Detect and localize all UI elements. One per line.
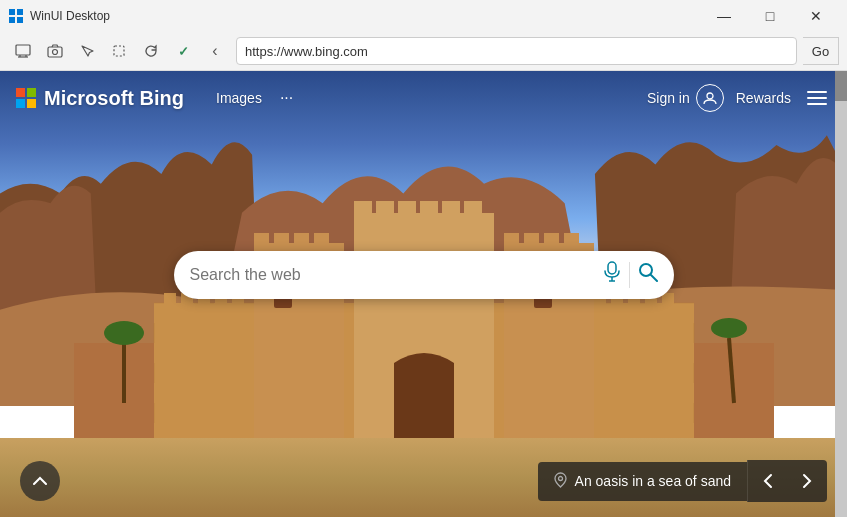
svg-rect-25 (354, 201, 372, 221)
browser-content: Microsoft Bing Images ··· Sign in Reward… (0, 71, 847, 517)
go-button[interactable]: Go (803, 37, 839, 65)
svg-rect-55 (16, 99, 25, 108)
sign-in-label: Sign in (647, 90, 690, 106)
sign-in-button[interactable]: Sign in (647, 84, 724, 112)
svg-rect-8 (48, 47, 62, 57)
search-divider (629, 262, 630, 288)
svg-point-9 (53, 50, 58, 55)
hamburger-line-2 (807, 97, 827, 99)
toolbar-camera-btn[interactable] (40, 37, 70, 65)
caption-text: An oasis in a sea of sand (575, 473, 731, 489)
brand-text: Microsoft Bing (44, 87, 184, 110)
svg-rect-46 (74, 343, 154, 443)
bing-logo[interactable]: Microsoft Bing (16, 87, 184, 110)
svg-rect-54 (27, 88, 36, 97)
svg-rect-10 (114, 46, 124, 56)
window-controls: — □ ✕ (701, 2, 839, 30)
caption-area: An oasis in a sea of sand (538, 460, 827, 502)
toolbar-screen-btn[interactable] (8, 37, 38, 65)
svg-rect-2 (9, 17, 15, 23)
user-avatar-icon (696, 84, 724, 112)
ms-logo-icon (16, 88, 36, 108)
title-bar-left: WinUI Desktop (8, 8, 110, 24)
address-bar-row: ✓ ‹ Go (0, 32, 847, 70)
caption-pill: An oasis in a sea of sand (538, 462, 747, 501)
svg-rect-58 (608, 262, 616, 274)
caption-next-button[interactable] (787, 460, 827, 502)
svg-rect-29 (442, 201, 460, 221)
window-chrome: WinUI Desktop — □ ✕ ✓ (0, 0, 847, 71)
hamburger-line-1 (807, 91, 827, 93)
nav-links: Images ··· (208, 85, 299, 111)
svg-point-51 (711, 318, 747, 338)
scroll-up-button[interactable] (20, 461, 60, 501)
svg-rect-1 (17, 9, 23, 15)
svg-rect-53 (16, 88, 25, 97)
app-icon (8, 8, 24, 24)
search-icon[interactable] (638, 262, 658, 288)
close-button[interactable]: ✕ (793, 2, 839, 30)
bing-header: Microsoft Bing Images ··· Sign in Reward… (0, 71, 847, 125)
svg-point-61 (640, 264, 652, 276)
svg-point-63 (558, 476, 562, 480)
caption-prev-button[interactable] (747, 460, 787, 502)
svg-line-62 (651, 275, 657, 281)
svg-rect-30 (464, 201, 482, 221)
toolbar-select-btn[interactable] (104, 37, 134, 65)
location-pin-icon (554, 472, 567, 491)
svg-rect-27 (398, 201, 416, 221)
svg-rect-56 (27, 99, 36, 108)
hamburger-menu-button[interactable] (803, 87, 831, 109)
svg-rect-3 (17, 17, 23, 23)
maximize-button[interactable]: □ (747, 2, 793, 30)
toolbar-back-btn[interactable]: ‹ (200, 37, 230, 65)
rewards-link[interactable]: Rewards (736, 90, 791, 106)
header-right: Sign in Rewards (647, 84, 831, 112)
address-input[interactable] (236, 37, 797, 65)
search-input[interactable] (190, 266, 603, 284)
fortress-image (74, 183, 774, 463)
hamburger-line-3 (807, 103, 827, 105)
minimize-button[interactable]: — (701, 2, 747, 30)
svg-rect-28 (420, 201, 438, 221)
svg-rect-26 (376, 201, 394, 221)
search-container (174, 251, 674, 299)
svg-rect-0 (9, 9, 15, 15)
svg-point-57 (707, 93, 713, 99)
scrollbar-track (835, 71, 847, 517)
toolbar-check-btn[interactable]: ✓ (168, 37, 198, 65)
search-bar (174, 251, 674, 299)
images-nav-link[interactable]: Images (208, 86, 270, 110)
title-bar: WinUI Desktop — □ ✕ (0, 0, 847, 32)
toolbar-refresh-btn[interactable] (136, 37, 166, 65)
more-nav-button[interactable]: ··· (274, 85, 299, 111)
bottom-bar: An oasis in a sea of sand (0, 460, 847, 502)
svg-rect-4 (16, 45, 30, 55)
toolbar-cursor-btn[interactable] (72, 37, 102, 65)
microphone-icon[interactable] (603, 261, 621, 288)
svg-point-49 (104, 321, 144, 345)
nav-toolbar: ✓ ‹ (8, 37, 230, 65)
window-title: WinUI Desktop (30, 9, 110, 23)
